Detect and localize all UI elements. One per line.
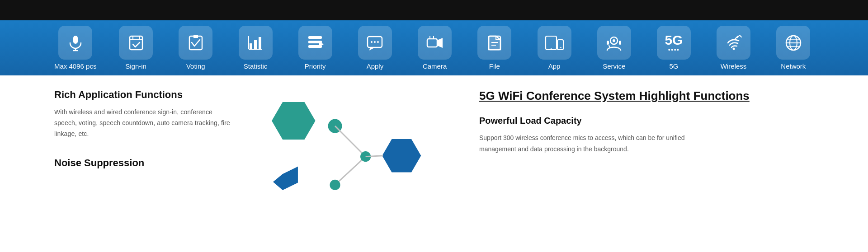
toolbar-item-5g[interactable]: 5G ●●●● 5G bbox=[653, 26, 694, 70]
svg-rect-9 bbox=[250, 43, 252, 49]
toolbar-item-network[interactable]: Network bbox=[773, 26, 814, 70]
svg-point-34 bbox=[613, 39, 615, 42]
noise-suppression-title: Noise Suppression bbox=[54, 157, 235, 169]
content-area: Rich Application Functions With wireless… bbox=[0, 75, 868, 215]
toolbar-item-wireless[interactable]: Wireless bbox=[713, 26, 754, 70]
signin-icon bbox=[119, 26, 153, 60]
svg-point-19 bbox=[371, 41, 373, 43]
toolbar-item-signin[interactable]: Sign-in bbox=[116, 26, 156, 70]
camera-icon bbox=[418, 26, 452, 60]
rich-app-text: With wireless and wired conference sign-… bbox=[54, 107, 235, 139]
voting-label: Voting bbox=[186, 62, 205, 70]
app-label: App bbox=[548, 62, 561, 70]
statistic-label: Statistic bbox=[244, 62, 268, 70]
service-icon bbox=[597, 26, 631, 60]
toolbar-item-priority[interactable]: Priority bbox=[295, 26, 335, 70]
svg-marker-49 bbox=[273, 167, 298, 190]
svg-rect-10 bbox=[254, 40, 257, 49]
graphic-svg bbox=[244, 89, 452, 215]
apply-label: Apply bbox=[367, 62, 384, 70]
5g-icon: 5G ●●●● bbox=[657, 26, 691, 60]
wireless-label: Wireless bbox=[721, 62, 747, 70]
apply-icon bbox=[358, 26, 392, 60]
svg-rect-31 bbox=[557, 40, 563, 50]
svg-rect-36 bbox=[619, 41, 621, 45]
statistic-icon bbox=[239, 26, 273, 60]
file-label: File bbox=[489, 62, 500, 70]
svg-marker-23 bbox=[437, 38, 443, 48]
toolbar-item-max4096[interactable]: Max 4096 pcs bbox=[54, 26, 96, 70]
wireless-icon bbox=[717, 26, 750, 60]
toolbar-item-camera[interactable]: Camera bbox=[415, 26, 455, 70]
svg-point-20 bbox=[374, 41, 376, 43]
priority-icon bbox=[298, 26, 332, 60]
max4096-label: Max 4096 pcs bbox=[54, 62, 96, 70]
5g-label: 5G bbox=[669, 62, 678, 70]
svg-rect-35 bbox=[607, 41, 609, 45]
rich-app-title: Rich Application Functions bbox=[54, 89, 235, 101]
svg-marker-48 bbox=[382, 139, 421, 172]
service-label: Service bbox=[603, 62, 625, 70]
toolbar-item-service[interactable]: Service bbox=[594, 26, 634, 70]
middle-graphic bbox=[244, 89, 452, 215]
signin-label: Sign-in bbox=[125, 62, 146, 70]
toolbar-item-apply[interactable]: Apply bbox=[354, 26, 395, 70]
network-label: Network bbox=[781, 62, 806, 70]
microphone-icon bbox=[58, 26, 92, 60]
svg-point-21 bbox=[377, 41, 379, 43]
voting-icon bbox=[179, 26, 212, 60]
right-section: 5G WiFi Conference System Highlight Func… bbox=[452, 89, 814, 215]
svg-marker-43 bbox=[272, 102, 316, 140]
svg-rect-11 bbox=[259, 37, 261, 49]
svg-rect-3 bbox=[130, 36, 142, 50]
svg-rect-22 bbox=[427, 39, 437, 47]
svg-line-45 bbox=[335, 126, 366, 157]
network-icon bbox=[776, 26, 810, 60]
load-capacity-text: Support 300 wireless conference mics to … bbox=[479, 132, 714, 155]
svg-line-46 bbox=[335, 157, 366, 185]
svg-rect-0 bbox=[73, 36, 78, 44]
svg-rect-29 bbox=[546, 36, 557, 50]
toolbar-item-file[interactable]: File bbox=[474, 26, 515, 70]
toolbar-item-app[interactable]: App bbox=[534, 26, 575, 70]
svg-point-37 bbox=[732, 47, 735, 50]
file-icon bbox=[477, 26, 511, 60]
toolbar-item-voting[interactable]: Voting bbox=[175, 26, 216, 70]
camera-label: Camera bbox=[423, 62, 447, 70]
priority-label: Priority bbox=[305, 62, 326, 70]
highlight-title: 5G WiFi Conference System Highlight Func… bbox=[479, 89, 814, 103]
app-icon bbox=[538, 26, 571, 60]
load-capacity-title: Powerful Load Capacity bbox=[479, 116, 814, 126]
svg-line-51 bbox=[366, 156, 383, 157]
svg-rect-14 bbox=[308, 36, 322, 39]
icon-toolbar: Max 4096 pcs Sign-in Voting bbox=[0, 20, 868, 75]
svg-point-50 bbox=[330, 180, 340, 190]
top-black-bar bbox=[0, 0, 868, 20]
toolbar-item-statistic[interactable]: Statistic bbox=[235, 26, 276, 70]
left-section: Rich Application Functions With wireless… bbox=[54, 89, 244, 215]
